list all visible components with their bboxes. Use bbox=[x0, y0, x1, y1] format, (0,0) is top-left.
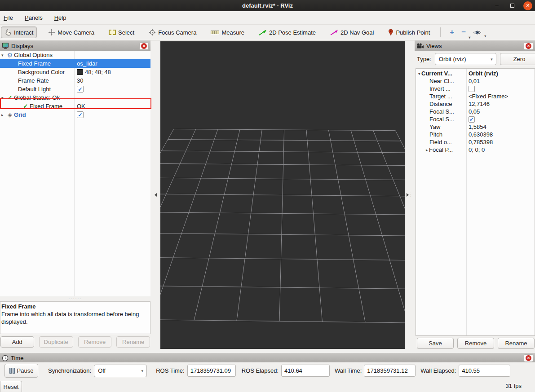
tool-focus-camera[interactable]: Focus Camera bbox=[146, 27, 199, 38]
expander-icon[interactable]: ▾ bbox=[0, 53, 6, 57]
focal-shape-size-value[interactable]: 0,05 bbox=[469, 108, 480, 115]
splitter-handle[interactable]: ···· bbox=[410, 190, 414, 198]
focal-point-value[interactable]: 0; 0; 0 bbox=[469, 146, 485, 153]
focal-shape-checkbox[interactable]: ✓ bbox=[469, 116, 475, 123]
ruler-icon bbox=[211, 31, 219, 34]
tree-row-fixed-frame-status[interactable]: ✓ Fixed Frame OK bbox=[0, 102, 150, 110]
tree-row-fixed-frame[interactable]: Fixed Frame os_lidar bbox=[0, 59, 150, 68]
pause-button[interactable]: Pause bbox=[4, 364, 38, 378]
crosshair-icon bbox=[149, 29, 156, 36]
menu-panels[interactable]: Panels bbox=[25, 14, 43, 21]
time-controls: Pause Synchronization: Off ▾ ROS Time: R… bbox=[0, 364, 535, 378]
expander-icon[interactable]: ▸ bbox=[0, 113, 6, 117]
fixed-frame-value[interactable]: os_lidar bbox=[77, 60, 97, 67]
column-divider[interactable] bbox=[466, 69, 467, 335]
add-button[interactable]: Add bbox=[0, 336, 34, 348]
reset-button[interactable]: Reset bbox=[0, 381, 22, 392]
distance-value[interactable]: 12,7146 bbox=[469, 101, 490, 107]
tree-row-frame-rate[interactable]: Frame Rate 30 bbox=[0, 76, 150, 85]
tool-publish-point[interactable]: Publish Point bbox=[385, 27, 433, 38]
title-bar[interactable]: default.rviz* - RViz – ✕ bbox=[0, 0, 535, 11]
remove-view-button[interactable]: Remove bbox=[457, 338, 494, 349]
tree-row-focal-shape-size[interactable]: Focal S... 0,05 bbox=[416, 108, 535, 115]
save-button[interactable]: Save bbox=[417, 338, 454, 349]
render-viewport[interactable] bbox=[160, 41, 405, 349]
sync-combo[interactable]: Off ▾ bbox=[94, 365, 147, 377]
splitter-handle[interactable]: ······ bbox=[0, 297, 150, 300]
menu-help[interactable]: Help bbox=[54, 14, 66, 21]
close-button[interactable]: ✕ bbox=[523, 1, 532, 10]
zero-button[interactable]: Zero bbox=[500, 53, 535, 65]
zoom-in-button[interactable]: + bbox=[446, 28, 458, 37]
tree-row-pitch[interactable]: Pitch 0,630398 bbox=[416, 131, 535, 138]
duplicate-button[interactable]: Duplicate bbox=[39, 336, 73, 348]
tree-row-field-of-view[interactable]: Field o... 0,785398 bbox=[416, 138, 535, 146]
tree-row-focal-shape-fixed[interactable]: Focal S... ✓ bbox=[416, 115, 535, 123]
row-label: Field o... bbox=[429, 139, 452, 145]
ros-elapsed-field[interactable] bbox=[281, 365, 330, 377]
near-clip-value[interactable]: 0,01 bbox=[469, 78, 480, 84]
dropdown-arrow-icon[interactable]: ▾ bbox=[469, 35, 470, 40]
displays-panel-header[interactable]: Displays ✕ bbox=[0, 40, 150, 51]
tree-row-distance[interactable]: Distance 12,7146 bbox=[416, 100, 535, 108]
tool-move-camera[interactable]: Move Camera bbox=[45, 27, 97, 38]
description-body: Frame into which all data is transformed… bbox=[1, 311, 139, 325]
rviz-window: { "window": { "title": "default.rviz* - … bbox=[0, 0, 535, 392]
remove-button[interactable]: Remove bbox=[78, 336, 112, 348]
sync-label: Synchronization: bbox=[48, 367, 91, 374]
maximize-button[interactable] bbox=[508, 2, 516, 9]
tree-row-global-status[interactable]: ▾ ✓ Global Status: Ok bbox=[0, 93, 150, 102]
views-panel-header[interactable]: Views ✕ bbox=[415, 40, 535, 51]
rename-button[interactable]: Rename bbox=[116, 336, 150, 348]
tool-2d-pose-estimate[interactable]: 2D Pose Estimate bbox=[256, 27, 319, 38]
menu-file[interactable]: File bbox=[4, 14, 13, 21]
background-color-value[interactable]: 48; 48; 48 bbox=[85, 69, 111, 75]
tree-row-default-light[interactable]: Default Light ✓ bbox=[0, 85, 150, 93]
pitch-value[interactable]: 0,630398 bbox=[469, 131, 493, 138]
camera-view-button[interactable]: ▾ bbox=[469, 30, 485, 35]
grid-3d bbox=[160, 41, 405, 349]
frame-rate-value[interactable]: 30 bbox=[77, 77, 83, 84]
tree-row-invert-z[interactable]: Invert ... bbox=[416, 85, 535, 92]
color-swatch[interactable] bbox=[77, 69, 83, 75]
tool-select[interactable]: Select bbox=[106, 27, 137, 38]
views-close-button[interactable]: ✕ bbox=[524, 42, 533, 50]
time-panel-header[interactable]: Time ✕ bbox=[0, 353, 535, 362]
wall-time-label: Wall Time: bbox=[335, 367, 362, 374]
tree-row-global-options[interactable]: ▾ ⚙ Global Options bbox=[0, 51, 150, 59]
expander-icon[interactable]: ▾ bbox=[416, 71, 421, 76]
tree-row-yaw[interactable]: Yaw 1,5854 bbox=[416, 123, 535, 131]
grid-enabled-checkbox[interactable]: ✓ bbox=[77, 111, 84, 118]
tree-row-focal-point[interactable]: ▸ Focal P... 0; 0; 0 bbox=[416, 146, 535, 154]
default-light-checkbox[interactable]: ✓ bbox=[77, 86, 84, 92]
tool-interact[interactable]: Interact bbox=[1, 26, 37, 38]
yaw-value[interactable]: 1,5854 bbox=[469, 123, 486, 130]
view-type-combo[interactable]: Orbit (rviz) ▾ bbox=[435, 53, 496, 65]
tool-measure[interactable]: Measure bbox=[208, 27, 248, 38]
ros-time-field[interactable] bbox=[187, 365, 236, 377]
target-frame-value[interactable]: <Fixed Frame> bbox=[469, 93, 508, 100]
rename-view-button[interactable]: Rename bbox=[498, 338, 535, 349]
wall-time-field[interactable] bbox=[364, 365, 416, 377]
wall-elapsed-field[interactable] bbox=[459, 365, 510, 377]
expander-icon[interactable]: ▾ bbox=[0, 96, 6, 100]
tree-row-current-view[interactable]: ▾ Current V... Orbit (rviz) bbox=[416, 70, 535, 77]
collapse-left-arrow-icon[interactable] bbox=[155, 193, 157, 197]
zoom-out-button[interactable]: − ▾ bbox=[458, 28, 469, 37]
row-label: Focal S... bbox=[429, 108, 454, 115]
property-description: Fixed Frame Frame into which all data is… bbox=[0, 301, 150, 334]
field-of-view-value[interactable]: 0,785398 bbox=[469, 139, 493, 145]
collapse-right-arrow-icon[interactable] bbox=[407, 193, 409, 197]
tree-row-grid[interactable]: ▸ ◈ Grid ✓ bbox=[0, 110, 150, 119]
tree-row-target-frame[interactable]: Target ... <Fixed Frame> bbox=[416, 92, 535, 100]
tree-row-background-color[interactable]: Background Color 48; 48; 48 bbox=[0, 68, 150, 76]
expander-icon[interactable]: ▸ bbox=[424, 148, 429, 152]
minimize-button[interactable]: – bbox=[493, 2, 501, 9]
dropdown-arrow-icon[interactable]: ▾ bbox=[484, 34, 486, 38]
tree-row-near-clip[interactable]: Near Cl... 0,01 bbox=[416, 77, 535, 85]
time-close-button[interactable]: ✕ bbox=[524, 354, 533, 362]
displays-close-button[interactable]: ✕ bbox=[139, 42, 149, 50]
invert-z-checkbox[interactable] bbox=[469, 86, 475, 92]
toolbar-separator bbox=[440, 27, 441, 37]
tool-2d-nav-goal[interactable]: 2D Nav Goal bbox=[327, 27, 377, 38]
